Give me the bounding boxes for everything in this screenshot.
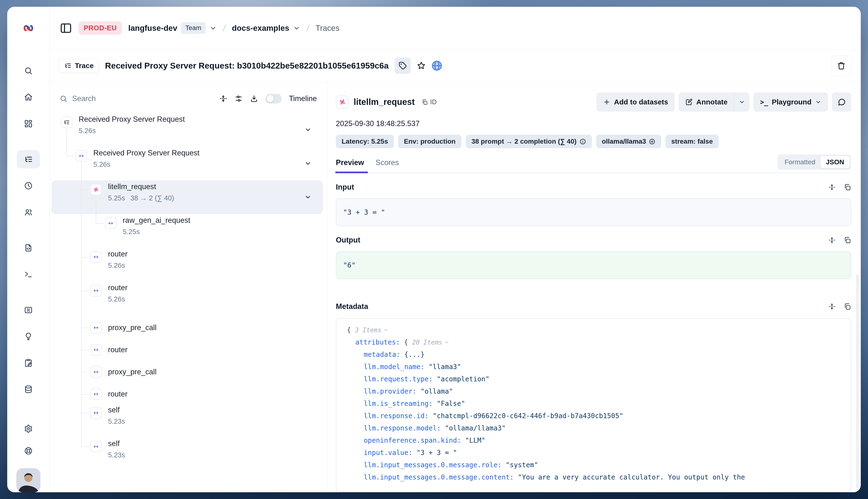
- sidebar-item-prompts[interactable]: [17, 239, 40, 257]
- tree-row[interactable]: self5.23s: [50, 405, 327, 439]
- span-arrow-icon: [93, 347, 99, 353]
- observation-timestamp: 2025-09-30 18:48:25.537: [336, 119, 851, 128]
- span-arrow-icon: [105, 218, 117, 229]
- tab-scores[interactable]: Scores: [376, 158, 399, 173]
- message-icon: [837, 98, 846, 106]
- sidebar-item-support[interactable]: [17, 442, 40, 460]
- timeline-toggle[interactable]: [265, 94, 282, 104]
- metadata-line: llm.input_messages.0.message.content: "Y…: [336, 471, 851, 483]
- download-button[interactable]: [250, 95, 258, 103]
- app-window: PROD-EU langfuse-dev Team / docs-example…: [7, 7, 861, 492]
- chevron-down-icon[interactable]: [304, 193, 311, 202]
- tree-row[interactable]: router5.26s: [50, 283, 327, 317]
- generation-icon: [93, 186, 99, 193]
- sidebar-item-sessions[interactable]: [17, 177, 40, 195]
- tree-row[interactable]: self5.23s: [50, 439, 327, 473]
- metadata-line: llm.is_streaming: "False": [336, 398, 851, 410]
- avatar-icon: [16, 468, 40, 492]
- tree-row[interactable]: raw_gen_ai_request5.25s: [50, 216, 327, 249]
- span-arrow-icon: [93, 254, 99, 260]
- pencil-square-icon: [685, 98, 693, 106]
- breadcrumb-page[interactable]: Traces: [316, 24, 340, 33]
- list-tree-icon: [24, 155, 33, 163]
- list-tree-icon: [61, 117, 72, 128]
- public-globe-button[interactable]: [431, 60, 442, 71]
- tree-row[interactable]: router: [50, 339, 327, 361]
- sidebar-item-playground[interactable]: [17, 265, 40, 283]
- observation-badge: stream: false: [665, 135, 719, 148]
- star-button[interactable]: [417, 61, 426, 70]
- user-avatar[interactable]: [16, 468, 40, 492]
- star-icon: [417, 61, 426, 70]
- project-name: docs-examples: [232, 24, 289, 33]
- org-breadcrumb[interactable]: langfuse-dev Team: [128, 22, 217, 34]
- comments-button[interactable]: [832, 93, 851, 112]
- span-arrow-icon: [93, 391, 99, 397]
- span-tree: Received Proxy Server Request5.26sReceiv…: [50, 114, 327, 492]
- gear-icon: [24, 424, 33, 433]
- metadata-line: llm.input_messages.0.message.role: "syst…: [336, 459, 851, 471]
- observation-header: litellm_request ID Add to datasets: [336, 93, 851, 112]
- tree-row[interactable]: Received Proxy Server Request5.26s: [50, 114, 327, 148]
- copy-id-button[interactable]: ID: [421, 98, 437, 106]
- chevron-down-icon[interactable]: [304, 160, 311, 168]
- terminal-icon: [24, 270, 33, 279]
- chevron-down-icon[interactable]: [304, 126, 311, 134]
- trace-type-label: Trace: [75, 62, 94, 70]
- span-arrow-icon: [75, 150, 87, 162]
- sidebar-item-evaluators[interactable]: [17, 301, 40, 319]
- scrollbar[interactable]: [856, 274, 859, 488]
- sidebar-item-users[interactable]: [17, 203, 40, 221]
- view-mode-toggle: Formatted JSON: [778, 155, 851, 170]
- playground-button[interactable]: >_ Playground: [753, 93, 828, 112]
- delete-trace-button[interactable]: [831, 55, 852, 76]
- tree-settings-button[interactable]: [234, 95, 243, 103]
- search-input[interactable]: Search: [60, 94, 212, 103]
- collapse-section-button[interactable]: [828, 303, 836, 311]
- copy-output-button[interactable]: [843, 236, 851, 244]
- tag-button[interactable]: [394, 58, 411, 74]
- annotate-dropdown-button[interactable]: [734, 93, 749, 112]
- sidebar-item-home[interactable]: [17, 88, 40, 106]
- sidebar-toggle-button[interactable]: [60, 22, 72, 34]
- annotate-button[interactable]: Annotate: [678, 93, 734, 112]
- tree-row[interactable]: proxy_pre_call: [50, 361, 327, 383]
- metadata-line: llm.model_name: "llama3": [336, 361, 851, 373]
- sidebar-item-settings[interactable]: [17, 419, 40, 438]
- tab-preview[interactable]: Preview: [336, 158, 364, 173]
- langfuse-logo[interactable]: [21, 7, 36, 50]
- span-arrow-icon: [90, 285, 102, 296]
- chevron-down-icon: [209, 25, 217, 32]
- tree-row[interactable]: Received Proxy Server Request5.26s: [50, 148, 327, 182]
- sidebar-item-datasets[interactable]: [17, 380, 40, 399]
- project-breadcrumb[interactable]: docs-examples: [232, 24, 300, 33]
- info-circle-icon: [579, 138, 586, 145]
- add-to-datasets-button[interactable]: Add to datasets: [596, 93, 675, 112]
- sidebar-item-traces[interactable]: [17, 150, 40, 168]
- span-arrow-icon: [90, 344, 102, 356]
- tree-row[interactable]: proxy_pre_call: [50, 317, 327, 339]
- tree-row[interactable]: router: [50, 383, 327, 405]
- copy-metadata-button[interactable]: [843, 303, 851, 311]
- view-json-option[interactable]: JSON: [821, 156, 849, 168]
- sidebar-item-search[interactable]: [17, 62, 40, 80]
- observation-badge: Env: production: [398, 135, 462, 148]
- sidebar-item-annotations[interactable]: [17, 354, 40, 372]
- span-arrow-icon: [93, 443, 99, 450]
- chevron-down-icon[interactable]: [444, 340, 449, 345]
- chevron-down-icon[interactable]: [383, 327, 389, 333]
- sidebar-item-dashboards[interactable]: [17, 114, 40, 133]
- tree-row[interactable]: router5.26s: [50, 249, 327, 283]
- users-icon: [24, 208, 33, 217]
- tree-row[interactable]: litellm_request5.25s38 → 2 (∑ 40): [50, 182, 327, 216]
- collapse-all-button[interactable]: [219, 95, 227, 103]
- copy-input-button[interactable]: [843, 183, 851, 191]
- collapse-section-button[interactable]: [828, 183, 836, 191]
- input-value: "3 + 3 = ": [336, 198, 851, 226]
- span-arrow-icon: [90, 388, 102, 400]
- sidebar-item-insights[interactable]: [17, 327, 40, 345]
- collapse-section-button[interactable]: [828, 236, 836, 244]
- view-formatted-option[interactable]: Formatted: [779, 156, 821, 168]
- span-arrow-icon: [108, 220, 114, 227]
- environment-badge: PROD-EU: [78, 21, 122, 35]
